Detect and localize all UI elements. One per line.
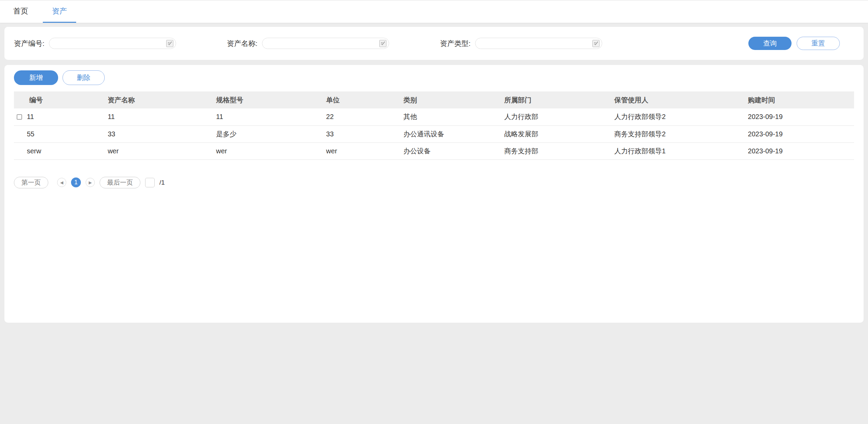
column-header: 资产名称 xyxy=(106,91,215,108)
column-header: 购建时间 xyxy=(747,91,854,108)
asset-number-input-wrap xyxy=(49,38,176,49)
table-cell: 55 xyxy=(14,125,106,142)
filter-actions: 查询 重置 xyxy=(748,37,840,50)
table-cell: 2023-09-19 xyxy=(747,125,854,142)
search-button[interactable]: 查询 xyxy=(748,37,792,50)
asset-name-input[interactable] xyxy=(262,38,389,49)
pagination: 第一页 ◀ 1 ▶ 最后一页 /1 xyxy=(14,177,854,188)
edit-icon[interactable] xyxy=(379,40,386,47)
add-button[interactable]: 新增 xyxy=(14,70,58,85)
cell-text: serw xyxy=(27,147,41,155)
table-cell: 战略发展部 xyxy=(503,125,613,142)
table-cell: 人力行政部领导1 xyxy=(613,142,746,159)
column-header: 规格型号 xyxy=(215,91,325,108)
table-toolbar: 新增 删除 xyxy=(14,70,854,85)
table-row: 5533是多少33办公通讯设备战略发展部商务支持部领导22023-09-19 xyxy=(14,125,854,142)
top-tab-bar: 首页 资产 xyxy=(0,0,868,23)
asset-type-input-wrap xyxy=(475,38,602,49)
table-cell: 是多少 xyxy=(215,125,325,142)
table-header-row: 编号资产名称规格型号单位类别所属部门保管使用人购建时间 xyxy=(14,91,854,108)
asset-number-label: 资产编号: xyxy=(14,39,45,48)
first-page-button[interactable]: 第一页 xyxy=(14,177,48,188)
table-cell: 11 xyxy=(14,108,106,125)
edit-icon[interactable] xyxy=(592,40,600,47)
table-cell: 人力行政部 xyxy=(503,108,613,125)
edit-icon[interactable] xyxy=(166,40,173,47)
table-cell: 2023-09-19 xyxy=(747,108,854,125)
cell-text: 11 xyxy=(27,113,34,120)
current-page-button[interactable]: 1 xyxy=(71,177,81,187)
next-page-icon[interactable]: ▶ xyxy=(86,178,95,187)
column-header: 保管使用人 xyxy=(613,91,746,108)
reset-button[interactable]: 重置 xyxy=(797,37,840,50)
asset-number-input[interactable] xyxy=(49,38,176,49)
tab-home[interactable]: 首页 xyxy=(4,0,37,23)
asset-table: 编号资产名称规格型号单位类别所属部门保管使用人购建时间 11111122其他人力… xyxy=(14,91,854,160)
tab-assets[interactable]: 资产 xyxy=(43,0,76,23)
table-cell: serw xyxy=(14,142,106,159)
table-cell: 商务支持部 xyxy=(503,142,613,159)
delete-button[interactable]: 删除 xyxy=(63,70,105,85)
column-header: 所属部门 xyxy=(503,91,613,108)
column-header: 类别 xyxy=(402,91,503,108)
row-checkbox[interactable] xyxy=(17,114,22,120)
filter-group-asset-type: 资产类型: xyxy=(440,38,602,49)
asset-type-label: 资产类型: xyxy=(440,39,471,48)
table-row: 11111122其他人力行政部人力行政部领导22023-09-19 xyxy=(14,108,854,125)
page-jump-input[interactable] xyxy=(145,178,155,187)
table-cell: 2023-09-19 xyxy=(747,142,854,159)
table-cell: 11 xyxy=(106,108,215,125)
table-cell: 11 xyxy=(215,108,325,125)
asset-name-input-wrap xyxy=(262,38,389,49)
prev-page-icon[interactable]: ◀ xyxy=(57,178,66,187)
table-cell: 人力行政部领导2 xyxy=(613,108,746,125)
table-cell: wer xyxy=(325,142,402,159)
asset-name-label: 资产名称: xyxy=(227,39,258,48)
page-total-label: /1 xyxy=(159,179,165,186)
filter-panel: 资产编号: 资产名称: 资产 xyxy=(4,27,864,60)
filter-group-asset-number: 资产编号: xyxy=(14,38,176,49)
column-header: 单位 xyxy=(325,91,402,108)
asset-type-input[interactable] xyxy=(475,38,602,49)
table-cell: wer xyxy=(215,142,325,159)
table-cell: 33 xyxy=(325,125,402,142)
filter-group-asset-name: 资产名称: xyxy=(227,38,389,49)
table-cell: 办公通讯设备 xyxy=(402,125,503,142)
table-cell: 33 xyxy=(106,125,215,142)
table-cell: wer xyxy=(106,142,215,159)
table-cell: 其他 xyxy=(402,108,503,125)
table-row: serwwerwerwer办公设备商务支持部人力行政部领导12023-09-19 xyxy=(14,142,854,159)
last-page-button[interactable]: 最后一页 xyxy=(100,177,140,188)
column-header: 编号 xyxy=(14,91,106,108)
table-cell: 商务支持部领导2 xyxy=(613,125,746,142)
main-panel: 新增 删除 编号资产名称规格型号单位类别所属部门保管使用人购建时间 111111… xyxy=(4,65,864,323)
table-cell: 22 xyxy=(325,108,402,125)
cell-text: 55 xyxy=(27,130,34,138)
table-cell: 办公设备 xyxy=(402,142,503,159)
